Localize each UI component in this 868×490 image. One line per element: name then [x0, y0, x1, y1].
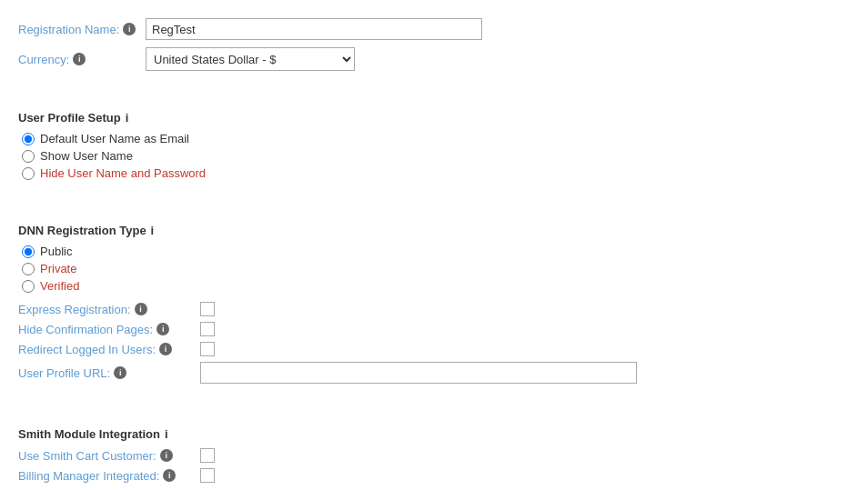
use-smith-cart-checkbox[interactable] [200, 448, 215, 463]
radio-hide-username: Hide User Name and Password [22, 166, 850, 180]
user-profile-setup-info-icon[interactable]: i [126, 111, 129, 125]
hide-confirmation-label: Hide Confirmation Pages: i [18, 323, 200, 336]
use-smith-cart-info-icon[interactable]: i [160, 449, 173, 462]
radio-default-username: Default User Name as Email [22, 132, 850, 145]
express-registration-row: Express Registration: i [18, 302, 850, 316]
radio-private-input[interactable] [22, 263, 35, 275]
use-smith-cart-row: Use Smith Cart Customer: i [18, 448, 850, 463]
user-profile-setup-section: User Profile Setup i Default User Name a… [18, 111, 850, 180]
radio-verified-label[interactable]: Verified [40, 279, 79, 293]
radio-default-username-input[interactable] [22, 133, 35, 145]
smith-module-title: Smith Module Integration i [18, 427, 850, 441]
billing-manager-label: Billing Manager Integrated: i [18, 469, 200, 483]
radio-public-input[interactable] [22, 245, 35, 258]
express-registration-info-icon[interactable]: i [135, 303, 147, 315]
currency-label: Currency: i [18, 53, 146, 66]
radio-public-label[interactable]: Public [40, 245, 72, 258]
radio-private: Private [22, 262, 850, 275]
dnn-registration-radio-group: Public Private Verified [22, 245, 850, 293]
billing-manager-row: Billing Manager Integrated: i [18, 468, 850, 483]
radio-show-username: Show User Name [22, 149, 850, 163]
redirect-logged-checkbox[interactable] [200, 342, 215, 356]
radio-public: Public [22, 245, 850, 258]
express-registration-checkbox[interactable] [200, 302, 215, 316]
smith-module-section: Smith Module Integration i Use Smith Car… [18, 427, 850, 483]
hide-confirmation-info-icon[interactable]: i [156, 323, 169, 335]
redirect-logged-info-icon[interactable]: i [159, 343, 172, 355]
user-profile-url-label: User Profile URL: i [18, 366, 200, 380]
use-smith-cart-label: Use Smith Cart Customer: i [18, 449, 200, 463]
user-profile-url-info-icon[interactable]: i [114, 366, 126, 379]
radio-show-username-input[interactable] [22, 150, 35, 163]
dnn-registration-title: DNN Registration Type i [18, 224, 850, 237]
radio-hide-username-label[interactable]: Hide User Name and Password [40, 166, 206, 180]
radio-verified-input[interactable] [22, 280, 35, 293]
redirect-logged-row: Redirect Logged In Users: i [18, 342, 850, 356]
radio-show-username-label[interactable]: Show User Name [40, 149, 133, 163]
hide-confirmation-row: Hide Confirmation Pages: i [18, 322, 850, 336]
registration-name-info-icon[interactable]: i [123, 23, 136, 35]
registration-name-row: Registration Name: i [18, 18, 850, 40]
smith-module-info-icon[interactable]: i [165, 427, 168, 441]
billing-manager-checkbox[interactable] [200, 468, 215, 483]
user-profile-url-row: User Profile URL: i [18, 362, 850, 384]
registration-name-input[interactable] [146, 18, 482, 40]
express-registration-label: Express Registration: i [18, 303, 200, 316]
radio-hide-username-input[interactable] [22, 167, 35, 180]
billing-manager-info-icon[interactable]: i [163, 469, 176, 482]
currency-select[interactable]: United States Dollar - $ Euro - € Britis… [146, 47, 355, 71]
user-profile-radio-group: Default User Name as Email Show User Nam… [22, 132, 850, 180]
currency-row: Currency: i United States Dollar - $ Eur… [18, 47, 850, 71]
hide-confirmation-checkbox[interactable] [200, 322, 215, 336]
dnn-registration-section: DNN Registration Type i Public Private V… [18, 224, 850, 384]
radio-private-label[interactable]: Private [40, 262, 76, 275]
radio-verified: Verified [22, 279, 850, 293]
registration-name-label: Registration Name: i [18, 23, 146, 36]
redirect-logged-label: Redirect Logged In Users: i [18, 343, 200, 356]
user-profile-setup-title: User Profile Setup i [18, 111, 850, 125]
currency-info-icon[interactable]: i [73, 53, 86, 65]
radio-default-username-label[interactable]: Default User Name as Email [40, 132, 189, 145]
dnn-registration-info-icon[interactable]: i [151, 224, 155, 237]
user-profile-url-input[interactable] [200, 362, 637, 384]
